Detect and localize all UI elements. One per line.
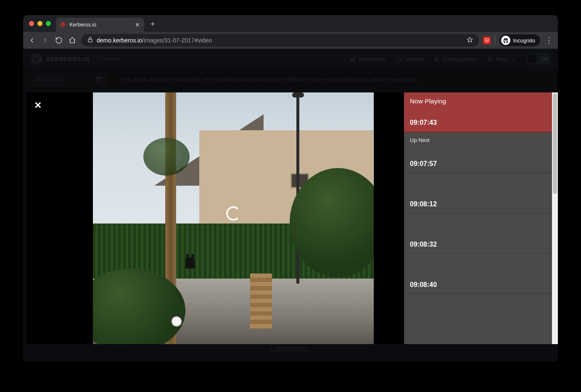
address-bar[interactable]: demo.kerberos.io/images/31-07-2017#video [81,34,479,47]
nav-back-button[interactable] [27,36,37,45]
window-zoom-button[interactable] [46,21,51,26]
bookmark-star-icon[interactable] [467,37,473,44]
playlist-item[interactable]: 09:08:32 [404,213,552,254]
nav-home-button[interactable] [68,36,77,45]
playlist-item-time: 09:08:32 [410,241,546,251]
playlist-panel: Now Playing09:07:43Up Next09:07:5709:08:… [404,92,558,344]
incognito-icon [501,36,510,45]
lock-icon [87,37,93,44]
playlist-item[interactable]: 09:08:40 [404,254,552,294]
tab-close-button[interactable]: ✕ [135,21,140,28]
tab-favicon [60,22,66,28]
playlist-item[interactable]: Up Next09:07:57 [404,133,552,173]
modal-left-gutter: ✕ [26,92,62,344]
window-close-button[interactable] [29,21,34,26]
playlist-item-time: 09:08:12 [410,200,546,210]
svg-rect-0 [88,39,92,42]
video-frame[interactable] [93,92,374,344]
modal-close-button[interactable]: ✕ [34,100,42,108]
playlist[interactable]: Now Playing09:07:43Up Next09:07:5709:08:… [404,92,552,344]
playlist-scrollbar[interactable] [552,92,558,344]
incognito-indicator[interactable]: Incognito [499,34,540,46]
now-playing-label: Now Playing [410,97,546,105]
angular-extension-icon[interactable] [483,37,491,44]
svg-marker-1 [467,37,473,42]
playlist-item-time: 09:07:43 [410,119,546,129]
nav-reload-button[interactable] [54,36,63,45]
browser-toolbar: demo.kerberos.io/images/31-07-2017#video… [23,32,558,49]
browser-tab[interactable]: Kerberos.io ✕ [56,18,144,32]
video-stage [62,92,404,344]
tab-title: Kerberos.io [69,22,132,28]
playlist-item-time: 09:08:40 [410,281,546,291]
url-path: /images/31-07-2017#video [142,37,212,44]
loading-spinner-icon [226,206,240,221]
playlist-item[interactable]: 09:08:12 [404,173,552,213]
playlist-scroll-thumb[interactable] [553,93,557,194]
playlist-item-now-playing[interactable]: Now Playing09:07:43 [404,92,552,133]
page-viewport: KERBEROS.IO Frontdoor Dashboard System C… [23,49,558,362]
browser-menu-button[interactable]: ⋮ [544,36,554,45]
browser-window: Kerberos.io ✕ ＋ demo.kerberos.io/images/… [23,15,558,362]
url-host: demo.kerberos.io [97,37,142,44]
video-lightbox: ✕ [26,92,558,344]
url-text: demo.kerberos.io/images/31-07-2017#video [97,37,463,44]
new-tab-button[interactable]: ＋ [147,18,158,29]
nav-forward-button[interactable] [41,36,50,45]
window-controls [27,21,53,26]
window-minimize-button[interactable] [37,21,42,26]
browser-tabstrip: Kerberos.io ✕ ＋ [23,15,558,32]
playlist-item-time: 09:07:57 [410,160,546,170]
up-next-label: Up Next [410,137,546,143]
incognito-label: Incognito [513,37,535,44]
